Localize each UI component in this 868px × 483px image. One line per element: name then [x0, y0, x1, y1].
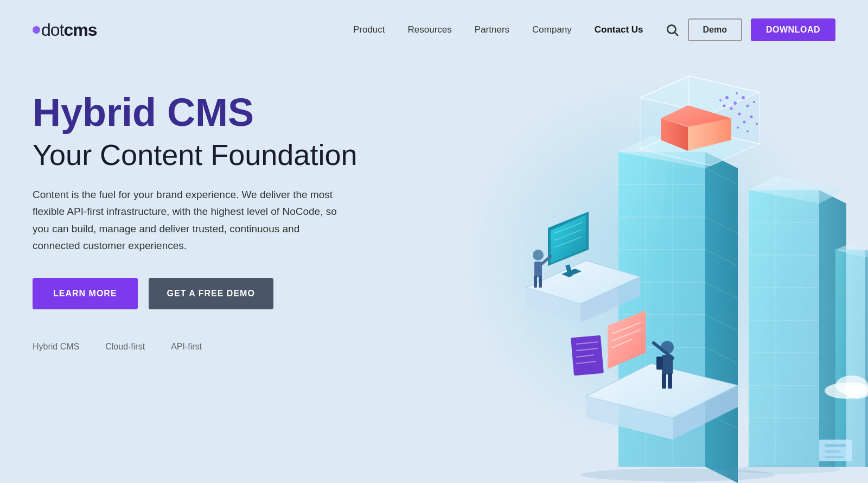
navbar: dotcms Product Resources Partners Compan…: [0, 0, 868, 60]
svg-point-58: [756, 123, 758, 125]
free-demo-button[interactable]: GET A FREE DEMO: [149, 278, 273, 309]
svg-point-51: [746, 105, 749, 107]
svg-point-53: [753, 101, 755, 103]
hero-buttons: LEARN MORE GET A FREE DEMO: [33, 278, 401, 309]
svg-point-57: [737, 126, 739, 129]
nav-item-company[interactable]: Company: [532, 24, 572, 35]
hero-title-sub: Your Content Foundation: [33, 139, 401, 171]
logo-light: dot: [41, 20, 63, 40]
svg-point-46: [733, 101, 737, 105]
search-icon[interactable]: [665, 23, 679, 37]
svg-point-47: [742, 96, 745, 99]
svg-point-52: [719, 99, 722, 101]
svg-point-101: [732, 465, 841, 474]
nav-links: Product Resources Partners Company Conta…: [353, 24, 643, 35]
download-button[interactable]: DOWNLOAD: [751, 18, 835, 41]
hero-illustration: [401, 71, 835, 483]
svg-rect-73: [534, 276, 537, 288]
svg-point-50: [723, 105, 726, 107]
nav-item-contact[interactable]: Contact Us: [595, 24, 643, 35]
svg-point-56: [750, 116, 753, 118]
tag-api-first: API-first: [171, 342, 202, 352]
hero-section: Hybrid CMS Your Content Foundation Conte…: [0, 60, 868, 483]
svg-rect-91: [662, 373, 666, 389]
svg-point-59: [746, 130, 749, 132]
svg-rect-89: [656, 357, 663, 370]
nav-item-resources[interactable]: Resources: [408, 24, 452, 35]
logo-dot: [33, 26, 40, 34]
svg-rect-97: [825, 444, 846, 447]
logo-bold: cms: [63, 20, 97, 40]
svg-rect-35: [835, 250, 865, 467]
svg-point-48: [730, 107, 733, 110]
logo[interactable]: dotcms: [33, 20, 97, 40]
svg-rect-92: [668, 373, 672, 389]
tag-cloud-first: Cloud-first: [105, 342, 145, 352]
demo-button[interactable]: Demo: [688, 18, 742, 41]
hero-title-main: Hybrid CMS: [33, 92, 401, 134]
svg-rect-98: [825, 450, 841, 453]
svg-marker-36: [865, 250, 868, 467]
svg-rect-99: [825, 456, 844, 458]
nav-item-partners[interactable]: Partners: [475, 24, 509, 35]
svg-point-0: [667, 25, 675, 33]
svg-point-55: [743, 121, 746, 124]
iso-illustration: [380, 60, 868, 483]
svg-rect-24: [749, 190, 819, 467]
tag-hybrid-cms: Hybrid CMS: [33, 342, 79, 352]
hero-content: Hybrid CMS Your Content Foundation Conte…: [33, 71, 401, 352]
svg-point-70: [533, 250, 544, 260]
hero-description: Content is the fuel for your brand exper…: [33, 186, 347, 254]
svg-line-1: [674, 33, 678, 36]
nav-actions: Demo DOWNLOAD: [665, 18, 835, 41]
nav-item-product[interactable]: Product: [353, 24, 385, 35]
learn-more-button[interactable]: LEARN MORE: [33, 278, 138, 309]
svg-point-45: [725, 96, 729, 99]
svg-point-54: [736, 92, 738, 94]
logo-text: dotcms: [41, 20, 97, 40]
svg-point-49: [738, 113, 741, 116]
hero-tags: Hybrid CMS Cloud-first API-first: [33, 342, 401, 352]
svg-rect-74: [539, 276, 542, 288]
